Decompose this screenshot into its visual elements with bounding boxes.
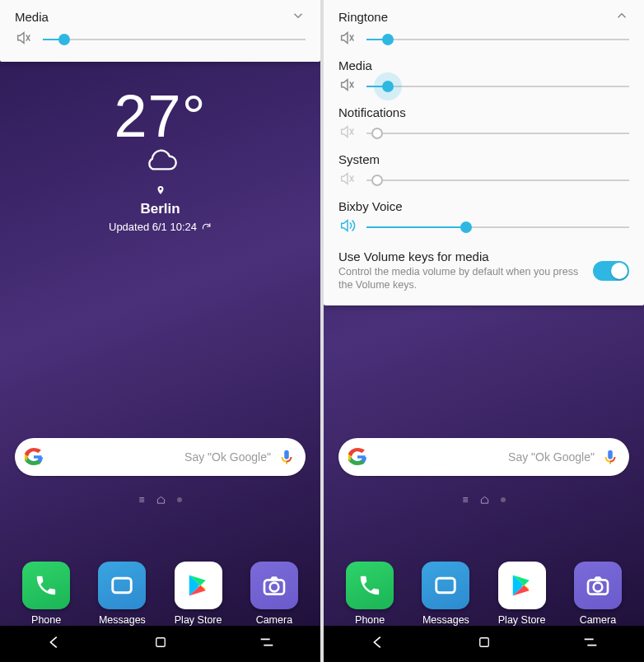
nav-back-icon[interactable] <box>369 633 387 655</box>
setting-title: Use Volume keys for media <box>338 249 583 263</box>
nav-recents-icon[interactable] <box>258 633 276 655</box>
mute-icon[interactable] <box>15 29 33 50</box>
google-search-bar[interactable]: Say "Ok Google" <box>338 438 629 476</box>
mute-icon[interactable] <box>338 76 357 97</box>
updated-label: Updated 6/1 10:24 <box>109 221 212 233</box>
toggle-switch[interactable] <box>593 261 629 281</box>
collapse-icon[interactable] <box>614 8 629 26</box>
app-playstore[interactable]: Play Store <box>489 562 555 626</box>
ringtone-label: Ringtone <box>338 10 388 24</box>
svg-rect-3 <box>156 638 165 647</box>
app-phone[interactable]: Phone <box>13 562 79 626</box>
volume-panel-expanded: Ringtone Media Notifications System <box>324 0 644 305</box>
app-camera[interactable]: Camera <box>241 562 307 626</box>
app-dock: Phone Messages Play Store Camera <box>0 562 320 626</box>
app-messages[interactable]: Messages <box>413 562 478 626</box>
microphone-icon[interactable] <box>601 448 619 466</box>
media-slider[interactable] <box>366 77 629 96</box>
media-slider[interactable] <box>43 30 306 49</box>
volume-keys-setting[interactable]: Use Volume keys for media Control the me… <box>338 249 629 292</box>
nav-home-icon[interactable] <box>153 635 168 653</box>
page-indicator: ≡ <box>0 494 320 506</box>
app-messages[interactable]: Messages <box>89 562 155 626</box>
svg-rect-7 <box>479 638 488 647</box>
microphone-icon[interactable] <box>278 448 296 466</box>
app-dock: Phone Messages Play Store Camera <box>324 562 644 626</box>
speaker-icon[interactable] <box>338 217 357 238</box>
mute-icon[interactable] <box>338 29 357 50</box>
page-indicator: ≡ <box>324 494 644 506</box>
cloud-icon <box>140 147 181 176</box>
mute-icon[interactable] <box>338 123 357 144</box>
location-pin-icon <box>0 184 320 199</box>
google-logo-icon <box>348 448 366 466</box>
svg-point-2 <box>270 583 279 592</box>
search-hint: Say "Ok Google" <box>43 450 278 464</box>
google-logo-icon <box>25 448 43 466</box>
system-slider[interactable] <box>366 171 629 189</box>
refresh-icon[interactable] <box>201 221 212 232</box>
system-label: System <box>338 152 629 166</box>
svg-point-6 <box>594 583 603 592</box>
setting-subtitle: Control the media volume by default when… <box>338 265 583 292</box>
volume-panel-collapsed: Media <box>0 0 320 62</box>
nav-bar <box>324 626 644 662</box>
app-playstore[interactable]: Play Store <box>166 562 231 626</box>
expand-icon[interactable] <box>291 8 306 26</box>
nav-home-icon[interactable] <box>477 635 492 653</box>
app-phone[interactable]: Phone <box>337 562 403 626</box>
search-hint: Say "Ok Google" <box>366 450 601 464</box>
svg-rect-0 <box>113 578 132 593</box>
notifications-label: Notifications <box>338 105 629 119</box>
svg-rect-4 <box>436 578 455 593</box>
nav-recents-icon[interactable] <box>581 633 600 655</box>
temperature: 27° <box>0 82 320 150</box>
weather-widget[interactable]: 27° Berlin Updated 6/1 10:24 <box>0 82 320 234</box>
google-search-bar[interactable]: Say "Ok Google" <box>15 438 306 476</box>
bixby-label: Bixby Voice <box>338 199 629 213</box>
city-label: Berlin <box>0 201 320 217</box>
nav-back-icon[interactable] <box>45 633 63 655</box>
notifications-slider[interactable] <box>366 124 629 142</box>
mute-icon[interactable] <box>338 170 357 191</box>
bixby-slider[interactable] <box>366 218 629 236</box>
nav-bar <box>0 626 320 662</box>
media-label: Media <box>338 58 629 72</box>
ringtone-slider[interactable] <box>366 30 629 49</box>
screen-right: Ringtone Media Notifications System <box>324 0 644 662</box>
app-camera[interactable]: Camera <box>565 562 631 626</box>
volume-label: Media <box>15 10 49 24</box>
screen-left: Media 27° Berlin Updated 6/1 10:24 <box>0 0 320 662</box>
